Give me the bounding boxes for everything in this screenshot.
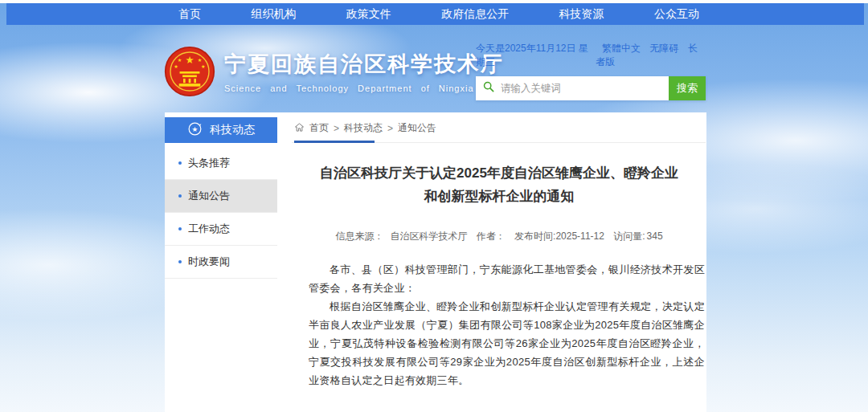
meta-author-label: 作者： xyxy=(477,230,506,242)
breadcrumb-current: 通知公告 xyxy=(398,121,436,135)
sidebar-item-label: 时政要闻 xyxy=(188,255,230,269)
svg-text:★: ★ xyxy=(178,57,182,63)
home-icon xyxy=(294,122,309,135)
meta-source-label: 信息来源： xyxy=(335,230,383,242)
sidebar: ★ 科技动态 头条推荐 通知公告 工作动态 时政要闻 xyxy=(165,117,277,279)
main-content: 首页 > 科技动态 > 通知公告 自治区科技厅关于认定2025年度自治区雏鹰企业… xyxy=(292,112,706,412)
nav-item-gov-info-disclosure[interactable]: 政府信息公开 xyxy=(441,7,509,22)
content-wrapper: ★ 科技动态 头条推荐 通知公告 工作动态 时政要闻 xyxy=(165,112,706,412)
sidebar-item-political-news[interactable]: 时政要闻 xyxy=(165,246,277,279)
sidebar-item-work-trends[interactable]: 工作动态 xyxy=(165,213,277,246)
svg-text:★: ★ xyxy=(192,125,199,133)
sidebar-item-notices[interactable]: 通知公告 xyxy=(165,180,277,213)
breadcrumb-divider xyxy=(292,141,706,143)
sidebar-item-label: 头条推荐 xyxy=(188,156,230,170)
bullet-dot-icon xyxy=(178,227,182,230)
article-title: 自治区科技厅关于认定2025年度自治区雏鹰企业、瞪羚企业 和创新型标杆企业的通知 xyxy=(292,161,706,208)
breadcrumb-section[interactable]: 科技动态 xyxy=(344,121,383,135)
article-body: 各市、县（区）科技管理部门，宁东能源化工基地管委会，银川经济技术开发区管委会，各… xyxy=(309,260,705,390)
search-bar: 搜索 xyxy=(476,76,706,100)
search-input[interactable] xyxy=(501,83,662,94)
sidebar-item-label: 通知公告 xyxy=(188,189,230,203)
bullet-dot-icon xyxy=(178,194,182,198)
top-navigation: 首页 组织机构 政策文件 政府信息公开 科技资源 公众互动 xyxy=(6,3,864,25)
breadcrumb-separator: > xyxy=(334,123,339,134)
nav-item-organization[interactable]: 组织机构 xyxy=(251,7,296,22)
article-meta: 信息来源：自治区科学技术厅 作者： 发布时间:2025-11-12 访问量:34… xyxy=(292,230,706,243)
article-title-line2: 和创新型标杆企业的通知 xyxy=(292,185,706,208)
meta-visits-label: 访问量: xyxy=(613,230,645,242)
breadcrumb-separator: > xyxy=(387,123,393,134)
site-subtitle: Science and Technology Department of Nin… xyxy=(224,84,504,93)
site-title: 宁夏回族自治区科学技术厅 xyxy=(224,50,504,79)
sidebar-header: ★ 科技动态 xyxy=(165,117,277,143)
bullet-dot-icon xyxy=(178,161,182,165)
site-brand: ★ ★ ★ ★ ★ 宁夏回族自治区科学技术厅 Science and Techn… xyxy=(164,46,504,97)
sidebar-title: 科技动态 xyxy=(210,123,255,137)
search-button[interactable]: 搜索 xyxy=(669,76,706,100)
tech-news-icon: ★ xyxy=(187,121,203,139)
svg-text:★: ★ xyxy=(185,55,194,66)
nav-item-tech-resources[interactable]: 科技资源 xyxy=(559,7,604,22)
sidebar-item-label: 工作动态 xyxy=(188,222,230,236)
meta-publish-label: 发布时间: xyxy=(514,230,555,242)
meta-publish-date: 2025-11-12 xyxy=(555,230,604,242)
svg-text:★: ★ xyxy=(201,63,206,69)
nav-item-home[interactable]: 首页 xyxy=(178,7,201,22)
sidebar-item-headlines[interactable]: 头条推荐 xyxy=(165,147,277,180)
breadcrumb-home[interactable]: 首页 xyxy=(309,121,329,135)
svg-text:★: ★ xyxy=(174,63,178,69)
svg-text:★: ★ xyxy=(198,57,203,63)
meta-source-value: 自治区科学技术厅 xyxy=(390,230,467,242)
link-accessibility[interactable]: 无障碍 xyxy=(649,43,678,54)
link-traditional-chinese[interactable]: 繁體中文 xyxy=(602,43,641,54)
meta-visits-value: 345 xyxy=(647,230,663,242)
nav-item-policy-documents[interactable]: 政策文件 xyxy=(346,7,391,22)
search-icon xyxy=(482,80,495,96)
national-emblem-icon: ★ ★ ★ ★ ★ xyxy=(164,46,215,97)
current-date: 今天是2025年11月12日 星期三 xyxy=(476,42,596,69)
nav-item-public-interaction[interactable]: 公众互动 xyxy=(654,7,699,22)
header-tools: 今天是2025年11月12日 星期三 繁體中文 无障碍 长者版 搜索 xyxy=(476,42,706,100)
breadcrumb: 首页 > 科技动态 > 通知公告 xyxy=(292,112,706,141)
article-paragraph: 各市、县（区）科技管理部门，宁东能源化工基地管委会，银川经济技术开发区管委会，各… xyxy=(309,260,705,297)
bullet-dot-icon xyxy=(178,260,182,263)
article-title-line1: 自治区科技厅关于认定2025年度自治区雏鹰企业、瞪羚企业 xyxy=(292,161,706,185)
article-paragraph: 根据自治区雏鹰企业、瞪羚企业和创新型标杆企业认定管理有关规定，决定认定半亩良人农… xyxy=(309,297,705,390)
